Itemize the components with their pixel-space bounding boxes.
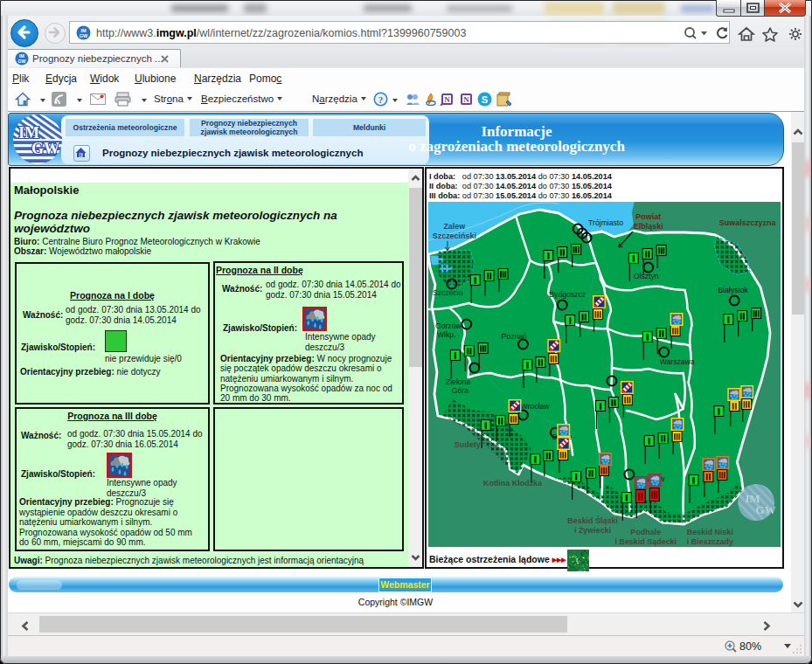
svg-text:Elbląski: Elbląski <box>634 222 663 231</box>
svg-text:GW: GW <box>18 59 26 64</box>
svg-text:GW: GW <box>80 33 88 38</box>
svg-text:i Żywiecki: i Żywiecki <box>574 526 611 535</box>
svg-text:Góra: Góra <box>452 386 468 395</box>
svg-text:Gorzów: Gorzów <box>435 322 462 330</box>
svg-text:Olsztyn: Olsztyn <box>634 272 659 280</box>
svg-text:Trójmiasto: Trójmiasto <box>588 218 623 227</box>
svg-text:Poznań: Poznań <box>502 332 527 341</box>
svg-text:Wrocław: Wrocław <box>520 402 550 411</box>
svg-text:S: S <box>482 94 488 105</box>
svg-text:Zielona: Zielona <box>446 377 471 386</box>
svg-text:N: N <box>444 95 450 104</box>
svg-text:i Beskid Sądecki: i Beskid Sądecki <box>614 537 677 546</box>
svg-text:Warszawa: Warszawa <box>660 357 695 366</box>
svg-text:Zalew: Zalew <box>443 222 465 231</box>
svg-text:IM: IM <box>18 124 39 142</box>
svg-text:Suwalszczyzna: Suwalszczyzna <box>719 218 777 227</box>
svg-text:Sudety: Sudety <box>455 440 481 449</box>
svg-text:?: ? <box>378 94 384 105</box>
svg-text:GW: GW <box>756 503 776 516</box>
svg-text:Bydgoszcz: Bydgoszcz <box>549 290 586 299</box>
svg-text:Szczeciński: Szczeciński <box>433 232 476 240</box>
svg-text:N: N <box>463 95 469 104</box>
svg-text:Powiat: Powiat <box>635 212 661 221</box>
svg-text:Wlkp.: Wlkp. <box>437 330 456 339</box>
svg-text:Kotlina Kłodzka: Kotlina Kłodzka <box>483 479 543 488</box>
svg-text:i Bieszczady: i Bieszczady <box>687 537 733 546</box>
svg-text:Podhale: Podhale <box>630 528 661 536</box>
svg-text:GW: GW <box>31 140 59 157</box>
svg-text:Szczecin: Szczecin <box>433 288 463 297</box>
svg-text:Beskid Niski: Beskid Niski <box>687 528 733 536</box>
svg-text:Białystok: Białystok <box>718 286 748 294</box>
svg-text:Beskid Śląski: Beskid Śląski <box>567 515 618 525</box>
